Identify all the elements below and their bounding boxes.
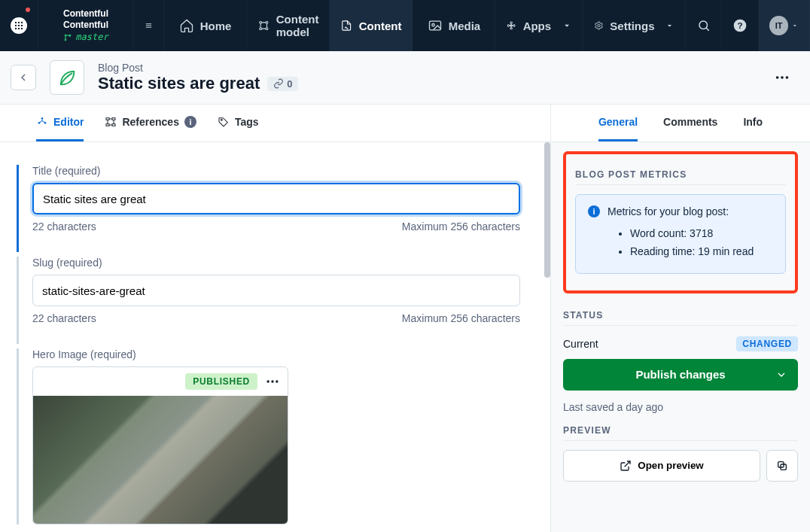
- editor-pane: Editor References i Tags Title (required…: [0, 105, 551, 532]
- svg-point-27: [221, 119, 222, 120]
- environment-name: master: [75, 32, 108, 44]
- nav-content[interactable]: Content: [330, 0, 413, 51]
- last-saved: Last saved a day ago: [563, 401, 798, 413]
- svg-point-11: [431, 24, 434, 26]
- metrics-widget-highlight: BLOG POST METRICS i Metrics for your blo…: [563, 151, 798, 293]
- svg-rect-25: [106, 124, 109, 126]
- open-preview-button[interactable]: Open preview: [563, 450, 760, 482]
- dots-horizontal-icon: [774, 69, 790, 86]
- svg-point-18: [781, 76, 784, 79]
- external-link-icon: [620, 460, 632, 472]
- metrics-lead: Metrics for your blog post:: [608, 205, 729, 217]
- search-button[interactable]: [686, 0, 722, 51]
- chevron-down-icon: [665, 18, 674, 33]
- nav-home[interactable]: Home: [164, 0, 247, 51]
- asset-status-badge: PUBLISHED: [185, 373, 257, 390]
- svg-point-29: [271, 380, 273, 382]
- tab-tags[interactable]: Tags: [218, 105, 259, 141]
- entry-actions-menu[interactable]: [769, 65, 795, 90]
- field-slug: Slug (required) 22 characters Maximum 25…: [17, 257, 520, 344]
- info-icon: i: [588, 205, 600, 217]
- gear-icon: [594, 18, 604, 33]
- content-type-label: Blog Post: [98, 62, 298, 74]
- sidebar-tab-general[interactable]: General: [598, 105, 638, 141]
- chevron-down-icon: [791, 22, 799, 29]
- field-title: Title (required) 22 characters Maximum 2…: [17, 165, 520, 252]
- svg-point-28: [267, 380, 269, 382]
- svg-point-8: [260, 28, 262, 30]
- hero-image-card[interactable]: PUBLISHED: [32, 366, 288, 524]
- avatar: IT: [769, 16, 788, 35]
- nav-media[interactable]: Media: [413, 0, 495, 51]
- references-pill[interactable]: 0: [267, 77, 298, 91]
- tab-editor[interactable]: Editor: [36, 105, 84, 141]
- media-icon: [428, 18, 443, 33]
- app-switcher-button[interactable]: [0, 0, 38, 51]
- entry-header: Blog Post Static sites are great 0: [0, 51, 810, 105]
- nav-apps[interactable]: Apps: [495, 0, 583, 51]
- dots-horizontal-icon[interactable]: [265, 374, 280, 389]
- content-icon: [340, 18, 352, 33]
- title-input[interactable]: [32, 183, 520, 214]
- char-count: 22 characters: [32, 312, 96, 324]
- top-nav: Contentful Contentful master Home Conten…: [0, 0, 810, 51]
- chevron-down-icon: [562, 18, 572, 33]
- help-button[interactable]: ?: [722, 0, 759, 51]
- svg-rect-24: [112, 118, 115, 120]
- svg-point-19: [786, 76, 789, 79]
- section-title-preview: PREVIEW: [563, 418, 798, 441]
- copy-preview-button[interactable]: [766, 450, 798, 482]
- svg-point-7: [266, 21, 268, 23]
- home-icon: [179, 18, 194, 33]
- nav-content-model[interactable]: Content model: [247, 0, 330, 51]
- nav-settings[interactable]: Settings: [583, 0, 686, 51]
- status-current-label: Current: [563, 338, 598, 350]
- entry-title: Static sites are great: [98, 74, 260, 93]
- svg-point-20: [41, 117, 44, 120]
- scrollbar[interactable]: [544, 142, 550, 278]
- asset-thumbnail: [33, 396, 288, 524]
- svg-point-6: [260, 21, 262, 23]
- svg-line-14: [706, 28, 709, 31]
- entry-sidebar: General Comments Info BLOG POST METRICS …: [551, 105, 810, 532]
- field-label: Title (required): [32, 165, 520, 177]
- slug-input[interactable]: [32, 275, 520, 306]
- back-button[interactable]: [11, 65, 36, 90]
- char-max: Maximum 256 characters: [402, 312, 520, 324]
- sidebar-tabs: General Comments Info: [551, 105, 810, 142]
- svg-point-1: [65, 39, 66, 41]
- space-menu-button[interactable]: [134, 0, 164, 51]
- publish-button[interactable]: Publish changes: [563, 359, 798, 391]
- char-max: Maximum 256 characters: [402, 220, 520, 233]
- editor-icon: [36, 116, 48, 128]
- svg-point-0: [65, 35, 66, 36]
- leaf-icon: [56, 67, 78, 88]
- svg-point-30: [276, 380, 278, 382]
- space-selector[interactable]: Contentful Contentful master: [38, 0, 134, 51]
- entry-tabs: Editor References i Tags: [0, 105, 550, 142]
- references-icon: [105, 116, 117, 128]
- space-name: Contentful: [63, 20, 108, 32]
- svg-point-17: [776, 76, 779, 79]
- tab-references[interactable]: References i: [105, 105, 196, 141]
- section-title-metrics: BLOG POST METRICS: [575, 162, 786, 185]
- svg-text:?: ?: [737, 20, 742, 30]
- svg-point-9: [266, 28, 268, 30]
- content-model-icon: [257, 18, 270, 33]
- link-icon: [273, 78, 284, 89]
- chevron-left-icon: [17, 71, 29, 84]
- sidebar-tab-comments[interactable]: Comments: [663, 105, 717, 141]
- copy-icon: [776, 460, 788, 472]
- account-menu[interactable]: IT: [759, 0, 810, 51]
- branch-icon: [63, 33, 72, 42]
- metrics-note: i Metrics for your blog post: Word count…: [575, 194, 786, 274]
- sidebar-tab-info[interactable]: Info: [743, 105, 763, 141]
- char-count: 22 characters: [32, 220, 96, 233]
- field-label: Slug (required): [32, 257, 520, 269]
- svg-line-31: [625, 461, 630, 467]
- svg-point-12: [598, 24, 600, 26]
- svg-rect-23: [106, 118, 109, 120]
- help-icon: ?: [732, 18, 748, 33]
- search-icon: [697, 19, 711, 32]
- apps-icon: [506, 18, 516, 33]
